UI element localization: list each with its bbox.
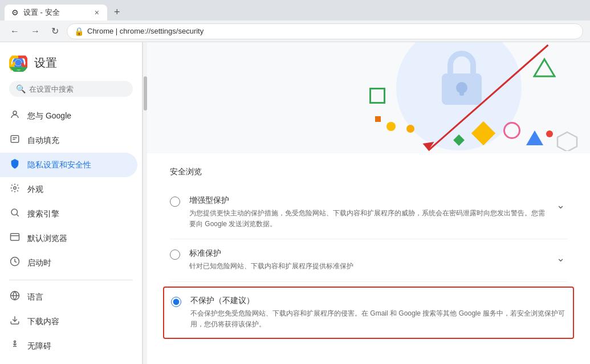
enhanced-radio[interactable] [170,197,180,207]
accessibility-icon [9,340,21,353]
back-button[interactable]: ← [7,24,23,39]
new-tab-button[interactable]: + [109,4,125,21]
settings-title: 设置 [34,55,57,71]
sidebar-item-default-browser[interactable]: 默认浏览器 [0,226,137,251]
sidebar-item-downloads[interactable]: 下载内容 [0,309,137,334]
sidebar-item-label: 无障碍 [27,341,51,351]
yellow-ball [406,125,414,133]
no-protection-desc: 不会保护您免受危险网站、下载内容和扩展程序的侵害。在 Gmail 和 Googl… [190,308,566,330]
svg-rect-21 [459,88,464,96]
svg-point-4 [13,111,17,114]
enhanced-option[interactable]: 增强型保护 为您提供更快主动的保护措施，免受危险网站、下载内容和扩展程序的威胁，… [170,186,567,239]
no-protection-content: 不保护（不建议） 不会保护您免受危险网站、下载内容和扩展程序的侵害。在 Gmai… [190,296,566,330]
settings-content: 安全浏览 增强型保护 为您提供更快主动的保护措施，免受危险网站、下载内容和扩展程… [147,153,590,353]
search-input[interactable] [29,85,126,93]
sidebar-item-label: 启动时 [27,258,51,268]
autofill-icon [9,134,21,147]
standard-title: 标准保护 [189,248,545,259]
lock-illustration [436,48,487,111]
sidebar-item-privacy[interactable]: 隐私设置和安全性 [0,153,137,177]
sidebar-item-google[interactable]: 您与 Google [0,104,137,128]
startup-icon [9,256,21,269]
pink-circle [503,122,520,139]
sidebar-item-label: 语言 [27,292,43,302]
sidebar-item-label: 默认浏览器 [27,234,67,244]
standard-option[interactable]: 标准保护 针对已知危险网站、下载内容和扩展程序提供标准保护 ⌄ [170,239,567,281]
language-icon [9,291,21,304]
sidebar-divider [9,280,133,280]
nav-bar: ← → ↻ 🔒 Chrome | chrome://settings/secur… [0,21,590,42]
sidebar-header: 设置 [0,47,142,81]
standard-expand-button[interactable]: ⌄ [554,250,567,267]
tab-close-button[interactable]: × [93,7,100,18]
red-arrow [147,42,590,153]
sidebar-item-system[interactable]: 系统 [0,358,137,364]
svg-line-10 [17,214,18,216]
content-area: 安全浏览 增强型保护 为您提供更快主动的保护措施，免受危险网站、下载内容和扩展程… [147,42,590,364]
svg-rect-11 [11,234,19,240]
search-icon: 🔍 [16,84,26,93]
standard-content: 标准保护 针对已知危险网站、下载内容和扩展程序提供标准保护 [189,248,545,272]
browser-icon [9,232,21,245]
triangle-shape [533,56,556,79]
no-protection-radio[interactable] [171,297,181,307]
yellow-dot [386,122,396,131]
chrome-logo [9,54,27,72]
sidebar-item-label: 隐私设置和安全性 [27,160,91,170]
green-square-shape [369,88,385,104]
sidebar-item-autofill[interactable]: 自动填充 [0,128,137,153]
gray-hexagon [556,130,579,151]
no-protection-option[interactable]: 不保护（不建议） 不会保护您免受危险网站、下载内容和扩展程序的侵害。在 Gmai… [163,287,574,339]
red-dot [546,130,553,137]
sidebar: 设置 🔍 您与 Google 自动填充 隐私设置和安全性 [0,42,143,364]
address-icon: 🔒 [74,27,84,36]
sidebar-item-label: 您与 Google [27,111,71,121]
forward-button[interactable]: → [27,24,43,39]
enhanced-title: 增强型保护 [189,195,545,206]
orange-small-square [375,116,381,122]
sidebar-item-label: 外观 [27,185,43,195]
tab-favicon: ⚙ [11,8,19,17]
browser-chrome: ⚙ 设置 - 安全 × + ← → ↻ 🔒 Chrome | chrome://… [0,0,590,42]
svg-point-9 [11,209,18,215]
sidebar-item-language[interactable]: 语言 [0,285,137,309]
enhanced-content: 增强型保护 为您提供更快主动的保护措施，免受危险网站、下载内容和扩展程序的威胁，… [189,195,545,230]
svg-marker-23 [526,130,543,145]
address-bar[interactable]: 🔒 Chrome | chrome://settings/security [67,23,583,39]
appearance-icon [9,183,21,196]
sidebar-item-search[interactable]: 搜索引擎 [0,202,137,226]
sidebar-item-label: 搜索引擎 [27,209,59,219]
search-engine-icon [9,207,21,220]
active-tab[interactable]: ⚙ 设置 - 安全 × [5,5,107,21]
no-protection-title: 不保护（不建议） [190,296,566,306]
sidebar-item-appearance[interactable]: 外观 [0,177,137,202]
enhanced-desc: 为您提供更快主动的保护措施，免受危险网站、下载内容和扩展程序的威胁，系统会在密码… [189,208,545,230]
main-container: 设置 🔍 您与 Google 自动填充 隐私设置和安全性 [0,42,590,364]
downloads-icon [9,315,21,328]
svg-marker-22 [534,59,555,76]
shield-icon [9,158,21,171]
refresh-button[interactable]: ↻ [48,23,62,39]
svg-point-17 [14,341,16,342]
sidebar-item-label: 自动填充 [27,136,59,146]
sidebar-scrollbar[interactable] [143,42,147,364]
illustration-area [147,42,590,153]
svg-point-3 [15,60,22,66]
sidebar-item-label: 下载内容 [27,317,59,327]
sidebar-item-accessibility[interactable]: 无障碍 [0,334,137,358]
svg-marker-24 [558,132,577,151]
section-title: 安全浏览 [170,167,567,177]
svg-point-8 [14,187,17,190]
enhanced-expand-button[interactable]: ⌄ [554,197,567,214]
search-bar[interactable]: 🔍 [9,81,133,97]
blue-triangle [526,130,543,145]
sidebar-item-startup[interactable]: 启动时 [0,251,137,275]
person-icon [9,109,21,122]
tab-title: 设置 - 安全 [23,7,60,18]
standard-radio[interactable] [170,250,180,260]
address-text: Chrome | chrome://settings/security [87,27,204,35]
tab-bar: ⚙ 设置 - 安全 × + [0,0,590,21]
standard-desc: 针对已知危险网站、下载内容和扩展程序提供标准保护 [189,261,545,272]
